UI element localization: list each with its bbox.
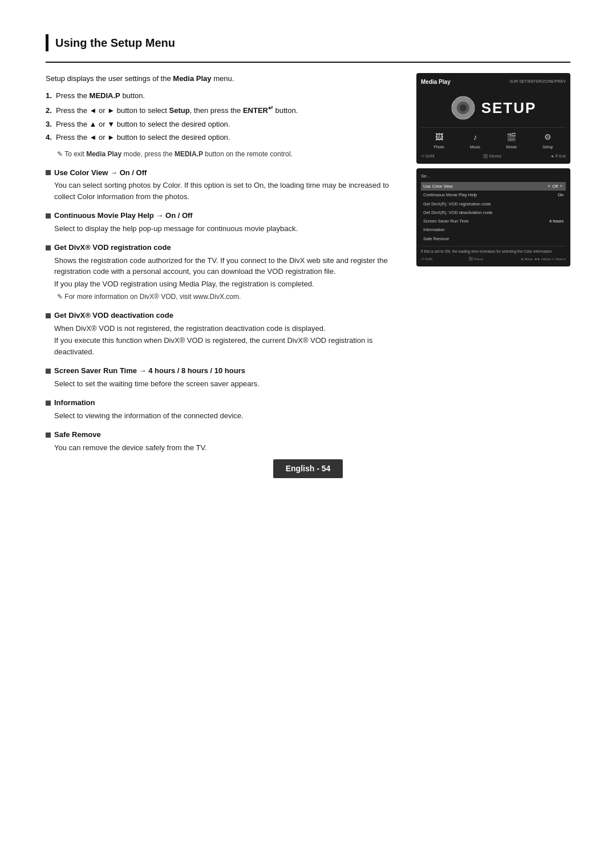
bullet-title-divx-reg: Get DivX® VOD registration code bbox=[54, 242, 171, 253]
tv-bot-title: Se... bbox=[421, 173, 566, 180]
step-1: 1. Press the MEDIA.P button. bbox=[46, 90, 405, 102]
bullet-heading-color-view: Use Color View → On / Off bbox=[46, 167, 405, 179]
settings-label-divx-deact: Get DivX(R): VOD deactivation code bbox=[423, 209, 492, 216]
svg-rect-3 bbox=[461, 96, 465, 100]
bullet-safe-remove: Safe Remove You can remove the device sa… bbox=[46, 429, 405, 453]
section-title: Using the Setup Menu bbox=[46, 34, 570, 51]
bullet-title-information: Information bbox=[54, 397, 95, 409]
setup-gear-icon bbox=[451, 95, 476, 120]
bullet-body-divx-reg-1: Shows the registration code authorized f… bbox=[54, 255, 405, 277]
bullet-body-divx-deact-1: When DivX® VOD is not registered, the re… bbox=[54, 323, 405, 334]
bullet-body-divx-deact-2: If you execute this function when DivX® … bbox=[54, 335, 405, 357]
settings-row-safe-remove: Safe Remove bbox=[421, 235, 566, 243]
screenshots-panel: Media Play SUR SET/ENTER/ZONE/PREV bbox=[416, 73, 570, 266]
page-container: Using the Setup Menu Setup displays the … bbox=[0, 0, 616, 501]
settings-row-continuous: Continuous Movie Play Help On bbox=[421, 191, 566, 199]
bullet-heading-information: Information bbox=[46, 397, 405, 409]
top-divider bbox=[46, 62, 570, 63]
tv-icon-music: ♪ Music bbox=[470, 131, 480, 151]
bullet-use-color-view: Use Color View → On / Off You can select… bbox=[46, 167, 405, 203]
bullet-square-icon-7 bbox=[46, 432, 51, 438]
tv-bot-rerun: ⬛ Rerun bbox=[469, 257, 483, 262]
bullet-square-icon-6 bbox=[46, 401, 51, 406]
bullet-title-divx-deact: Get DivX® VOD deactivation code bbox=[54, 310, 173, 321]
tv-sum-label: ⏎ SUM bbox=[421, 153, 435, 160]
exit-note: To exit Media Play mode, press the MEDIA… bbox=[46, 149, 405, 159]
music-icon: ♪ bbox=[473, 131, 477, 143]
settings-row-screensaver: Screen Saver Run Time 4 hours bbox=[421, 217, 566, 225]
intro-paragraph: Setup displays the user settings of the … bbox=[46, 73, 405, 84]
bullet-title-safe-remove: Safe Remove bbox=[54, 429, 101, 440]
bullet-information: Information Select to viewing the inform… bbox=[46, 397, 405, 421]
settings-label-safe-remove: Safe Remove bbox=[423, 236, 449, 242]
arrow-right-icon: ► bbox=[560, 183, 564, 189]
bullet-body-color-view: You can select sorting photos by Color. … bbox=[54, 180, 405, 202]
bullet-square-icon-4 bbox=[46, 313, 51, 318]
bullet-square-icon-5 bbox=[46, 369, 51, 374]
bullet-title-screensaver: Screen Saver Run Time → 4 hours / 8 hour… bbox=[54, 365, 245, 377]
bullet-continuous-movie: Continuous Movie Play Help → On / Off Se… bbox=[46, 210, 405, 234]
settings-row-divx-deact: Get DivX(R): VOD deactivation code bbox=[421, 208, 566, 217]
tv-bot-controls: ◄ Move ◄► Adjust ↩ Return bbox=[520, 257, 566, 262]
bullet-square-icon-3 bbox=[46, 245, 51, 250]
tv-setup-area: SETUP bbox=[421, 90, 566, 124]
settings-label-continuous: Continuous Movie Play Help bbox=[423, 192, 477, 198]
content-area: Setup displays the user settings of the … bbox=[46, 73, 570, 455]
step-4: 4. Press the ◄ or ► button to select the… bbox=[46, 132, 405, 143]
divx-reg-note: For more information on DivX® VOD, visit… bbox=[46, 292, 405, 302]
settings-label-color-view: Use Color View bbox=[423, 183, 453, 189]
tv-icon-movie: 🎬 Movie bbox=[506, 131, 517, 151]
section-header: Using the Setup Menu bbox=[46, 34, 570, 63]
movie-label: Movie bbox=[506, 144, 517, 151]
tv-exit-label: ◄ ® Exit bbox=[550, 153, 566, 160]
main-text-area: Setup displays the user settings of the … bbox=[46, 73, 405, 455]
footer-page-label: English - 54 bbox=[273, 459, 343, 478]
tv-top-bar: Media Play SUR SET/ENTER/ZONE/PREV bbox=[421, 78, 566, 86]
bullet-divx-deact: Get DivX® VOD deactivation code When Div… bbox=[46, 310, 405, 357]
steps-list: 1. Press the MEDIA.P button. 2. Press th… bbox=[46, 90, 405, 143]
tv-mediaplay-title: Media Play bbox=[421, 78, 451, 86]
setup-nav-label: Setup bbox=[542, 144, 553, 151]
bullet-title-color-view: Use Color View → On / Off bbox=[54, 167, 147, 179]
bullet-body-continuous: Select to display the help pop-up messag… bbox=[54, 223, 405, 235]
tv-bot-sum: ⏎ SUM bbox=[421, 257, 432, 262]
tv-device-label: ⬛ Device bbox=[483, 153, 501, 160]
tv-icon-setup: ⚙ Setup bbox=[542, 131, 553, 151]
tv-bot-bar: ⏎ SUM ⬛ Rerun ◄ Move ◄► Adjust ↩ Return bbox=[421, 257, 566, 262]
tv-bot-note-text: If this is set to ON, the loading time i… bbox=[421, 246, 566, 254]
bullet-body-safe-remove: You can remove the device safely from th… bbox=[54, 442, 405, 454]
bullet-heading-continuous: Continuous Movie Play Help → On / Off bbox=[46, 210, 405, 221]
bullet-square-icon-2 bbox=[46, 213, 51, 219]
settings-row-information: Information bbox=[421, 225, 566, 234]
svg-rect-4 bbox=[461, 116, 465, 119]
bullet-square-icon bbox=[46, 170, 51, 175]
bullet-heading-safe-remove: Safe Remove bbox=[46, 429, 405, 440]
settings-row-divx-reg: Get DivX(R): VOD registration code bbox=[421, 200, 566, 208]
svg-rect-5 bbox=[452, 106, 455, 110]
settings-label-screensaver: Screen Saver Run Time bbox=[423, 218, 469, 224]
bullet-heading-divx-reg: Get DivX® VOD registration code bbox=[46, 242, 405, 253]
footer: English - 54 bbox=[0, 459, 616, 478]
tv-top-bottom-bar: ⏎ SUM ⬛ Device ◄ ® Exit bbox=[421, 153, 566, 160]
tv-sub-info: SUR SET/ENTER/ZONE/PREV bbox=[510, 79, 566, 85]
setup-label-text: SETUP bbox=[481, 97, 537, 119]
bullet-body-screensaver: Select to set the waiting time before th… bbox=[54, 378, 405, 390]
settings-value-continuous: On bbox=[558, 192, 564, 198]
settings-label-divx-reg: Get DivX(R): VOD registration code bbox=[423, 201, 491, 207]
svg-point-2 bbox=[460, 104, 467, 111]
bullet-heading-screensaver: Screen Saver Run Time → 4 hours / 8 hour… bbox=[46, 365, 405, 377]
bullet-screensaver: Screen Saver Run Time → 4 hours / 8 hour… bbox=[46, 365, 405, 389]
tv-icon-photo: 🖼 Photo bbox=[434, 131, 444, 151]
music-label: Music bbox=[470, 144, 480, 151]
bullet-title-continuous: Continuous Movie Play Help → On / Off bbox=[54, 210, 193, 221]
tv-screen-setup: Media Play SUR SET/ENTER/ZONE/PREV bbox=[416, 73, 570, 164]
movie-icon: 🎬 bbox=[506, 131, 516, 143]
step-3: 3. Press the ▲ or ▼ button to select the… bbox=[46, 119, 405, 130]
tv-screen-settings: Se... Use Color View ◄ Off ► Continuous … bbox=[416, 168, 570, 266]
photo-icon: 🖼 bbox=[435, 131, 443, 143]
tv-icons-row: 🖼 Photo ♪ Music 🎬 Movie ⚙ Setup bbox=[421, 127, 566, 151]
settings-label-information: Information bbox=[423, 227, 445, 233]
photo-label: Photo bbox=[434, 144, 444, 151]
svg-rect-6 bbox=[471, 106, 475, 110]
gear-icon: ⚙ bbox=[544, 131, 552, 143]
